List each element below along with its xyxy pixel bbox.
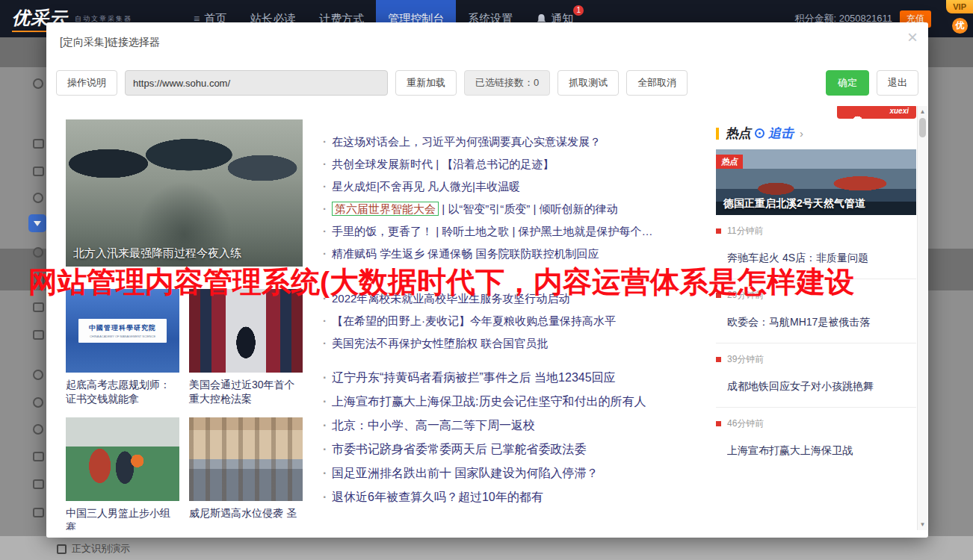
headline-link[interactable]: 2022年离校未就业高校毕业生服务攻坚行动启动 <box>321 287 716 310</box>
doc-icon[interactable] <box>33 275 44 284</box>
basketball-image <box>66 417 179 501</box>
feature-caption: 北方入汛来最强降雨过程今夜入练 <box>73 246 241 261</box>
hot-item-title[interactable]: 上海宣布打赢大上海保卫战 <box>727 444 916 458</box>
doc-icon[interactable] <box>33 330 44 340</box>
scroll-down-icon[interactable]: ▼ <box>918 521 927 528</box>
plaque-text: 中國管理科學研究院 <box>81 323 164 333</box>
headline-link[interactable]: 星火成炬|不舍再见 凡人微光|丰收温暖 <box>321 175 716 198</box>
hot-title-right: 追击 <box>768 125 794 142</box>
reload-button[interactable]: 重新加载 <box>395 70 457 96</box>
plaque-subtext: CHINA ACADEMY OF MANAGEMENT SCIENCE <box>81 335 164 338</box>
square-bullet-icon <box>716 228 721 234</box>
settings-icon[interactable] <box>33 247 43 258</box>
hidden-line <box>321 265 716 287</box>
hot-item-time: 29分钟前 <box>716 289 916 302</box>
print-icon[interactable] <box>33 508 44 517</box>
headline-list-top: 在这场对话会上，习近平为何强调要真心实意谋发展？ 共创全球发展新时代 | 【沿着… <box>321 131 716 355</box>
grab-test-button[interactable]: 抓取测试 <box>557 70 619 96</box>
edit-icon[interactable] <box>33 452 44 461</box>
square-bullet-icon <box>716 421 721 426</box>
news-card[interactable]: 威尼斯遇高水位侵袭 圣 <box>189 417 303 530</box>
content-scrollbar[interactable]: ▲ ▼ <box>917 106 927 530</box>
headline-link[interactable]: 美国宪法不再保护女性堕胎权 联合国官员批 <box>321 332 716 355</box>
sidebar-item-body-recognition[interactable]: 正文识别演示 <box>57 542 130 556</box>
headline-list-bottom: 辽宁丹东“持黄码者看病被拦”事件之后 当地12345回应 上海宣布打赢大上海保卫… <box>321 366 716 509</box>
exit-button[interactable]: 退出 <box>877 70 918 96</box>
scrollbar-thumb[interactable] <box>919 118 926 137</box>
hot-item-title[interactable]: 奔驰车起火 4S店：非质量问题 <box>727 252 916 265</box>
news-card[interactable]: 中国三人男篮止步小组赛 <box>66 417 179 530</box>
edit-icon[interactable] <box>33 479 44 489</box>
chart-icon[interactable] <box>33 139 44 149</box>
confirm-button[interactable]: 确定 <box>826 70 869 96</box>
speech-image <box>189 289 303 373</box>
headline-link[interactable]: 第六届世界智能大会 | 以“智变”引“质变” | 倾听创新的律动 <box>321 198 716 220</box>
headline-link[interactable]: 上海宣布打赢大上海保卫战:历史会记住坚守和付出的所有人 <box>321 390 716 414</box>
headline-link[interactable]: 退休近6年被查算久吗？超过10年的都有 <box>321 485 716 509</box>
gear-icon[interactable] <box>33 78 43 89</box>
avatar[interactable]: 优 <box>952 18 968 34</box>
hot-item[interactable]: 39分钟前 成都地铁回应女子对小孩跳艳舞 <box>716 343 916 408</box>
list-icon[interactable] <box>33 167 44 176</box>
hot-item[interactable]: 29分钟前 欧委会：马航MH17是被俄击落 <box>716 279 916 343</box>
headline-link[interactable]: 【在希望的田野上·麦收记】今年夏粮收购总量保持高水平 <box>321 310 716 332</box>
modal-toolbar: 操作说明 重新加载 已选链接数：0 抓取测试 全部取消 确定 退出 <box>56 70 918 96</box>
hot-feature-caption: 德国正重启北溪2号天然气管道 <box>723 197 865 211</box>
headline-link[interactable]: 手里的饭，更香了！ | 聆听土地之歌 | 保护黑土地就是保护每个… <box>321 220 716 243</box>
hot-item[interactable]: 46分钟前 上海宣布打赢大上海保卫战 <box>716 408 916 472</box>
hot-tag: 热点 <box>716 155 743 169</box>
square-bullet-icon <box>716 357 721 362</box>
hot-item-title[interactable]: 欧委会：马航MH17是被俄击落 <box>727 316 916 329</box>
headline-rest: | 以“智变”引“质变” | 倾听创新的律动 <box>439 202 617 215</box>
card-caption[interactable]: 美国会通过近30年首个重大控枪法案 <box>189 378 303 406</box>
url-input[interactable] <box>125 70 388 96</box>
promo-banner-image[interactable]: xuexi <box>837 106 916 119</box>
vip-badge: VIP <box>946 0 973 13</box>
hot-items-list: 11分钟前 奔驰车起火 4S店：非质量问题 29分钟前 欧委会：马航MH17是被… <box>716 215 916 472</box>
hot-feature-image[interactable]: 热点 德国正重启北溪2号天然气管道 <box>716 149 916 215</box>
headline-link[interactable]: 共创全球发展新时代 | 【沿着总书记的足迹】 <box>321 153 716 175</box>
doc-icon[interactable] <box>33 302 44 312</box>
selected-link-highlight[interactable]: 第六届世界智能大会 <box>332 202 439 216</box>
building-plaque: 中國管理科學研究院 CHINA ACADEMY OF MANAGEMENT SC… <box>78 319 167 343</box>
headline-link[interactable]: 辽宁丹东“持黄码者看病被拦”事件之后 当地12345回应 <box>321 366 716 390</box>
hot-item-time: 11分钟前 <box>716 225 916 237</box>
card-caption[interactable]: 威尼斯遇高水位侵袭 圣 <box>189 506 303 520</box>
screen: 正文识别演示 优采云 自动文章采集器 ≡ 首页 站长必读 计费方式 管理控制台 … <box>0 0 973 560</box>
help-button[interactable]: 操作说明 <box>56 70 117 96</box>
hot-item-title[interactable]: 成都地铁回应女子对小孩跳艳舞 <box>727 380 916 393</box>
scroll-up-icon[interactable]: ▲ <box>918 108 927 115</box>
sync-icon[interactable] <box>33 397 43 408</box>
sync-icon[interactable] <box>33 424 43 435</box>
modal-title: [定向采集]链接选择器 <box>60 36 160 49</box>
sync-icon[interactable] <box>33 370 43 380</box>
venice-flood-image <box>189 417 303 501</box>
close-icon[interactable]: × <box>907 28 918 46</box>
news-cards-row: 中国三人男篮止步小组赛 威尼斯遇高水位侵袭 圣 <box>66 417 303 530</box>
funnel-filter-icon[interactable] <box>28 214 46 232</box>
academy-image: 中國管理科學研究院 CHINA ACADEMY OF MANAGEMENT SC… <box>66 289 179 373</box>
accent-bar <box>716 128 719 140</box>
headline-link[interactable]: 市委书记跻身省委常委两天后 已掌舵省委政法委 <box>321 438 716 461</box>
home-icon[interactable] <box>33 193 43 203</box>
selected-links-counter: 已选链接数：0 <box>464 70 550 96</box>
cancel-all-button[interactable]: 全部取消 <box>626 70 688 96</box>
headline-link[interactable]: 在这场对话会上，习近平为何强调要真心实意谋发展？ <box>321 131 716 153</box>
hot-item-time: 46分钟前 <box>716 417 916 430</box>
headline-link[interactable]: 精准赋码 学生返乡 保通保畅 国务院联防联控机制回应 <box>321 243 716 265</box>
hot-item[interactable]: 11分钟前 奔驰车起火 4S店：非质量问题 <box>716 215 916 279</box>
card-caption[interactable]: 中国三人男篮止步小组赛 <box>66 506 179 530</box>
news-cards-row: 中國管理科學研究院 CHINA ACADEMY OF MANAGEMENT SC… <box>66 289 303 406</box>
headline-link[interactable]: 国足亚洲排名跌出前十 国家队建设为何陷入停滞？ <box>321 461 716 485</box>
square-bullet-icon <box>716 293 721 298</box>
card-caption[interactable]: 起底高考志愿规划师：证书交钱就能拿 <box>66 378 179 406</box>
doc-icon <box>57 544 67 554</box>
headline-link[interactable]: 北京：中小学、高一高二等下周一返校 <box>321 414 716 438</box>
webpage-preview: xuexi 北方入汛来最强降雨过程今夜入练 在这场对话会上，习近平为何强调要真心… <box>56 106 918 530</box>
news-card[interactable]: 美国会通过近30年首个重大控枪法案 <box>189 289 303 406</box>
sidebar-item-label: 正文识别演示 <box>72 542 130 556</box>
news-card[interactable]: 中國管理科學研究院 CHINA ACADEMY OF MANAGEMENT SC… <box>66 289 179 406</box>
feature-news-image[interactable]: 北方入汛来最强降雨过程今夜入练 <box>66 119 303 267</box>
hot-panel-header[interactable]: 热点 追击 › <box>716 125 916 142</box>
chevron-right-icon[interactable]: › <box>800 127 803 140</box>
